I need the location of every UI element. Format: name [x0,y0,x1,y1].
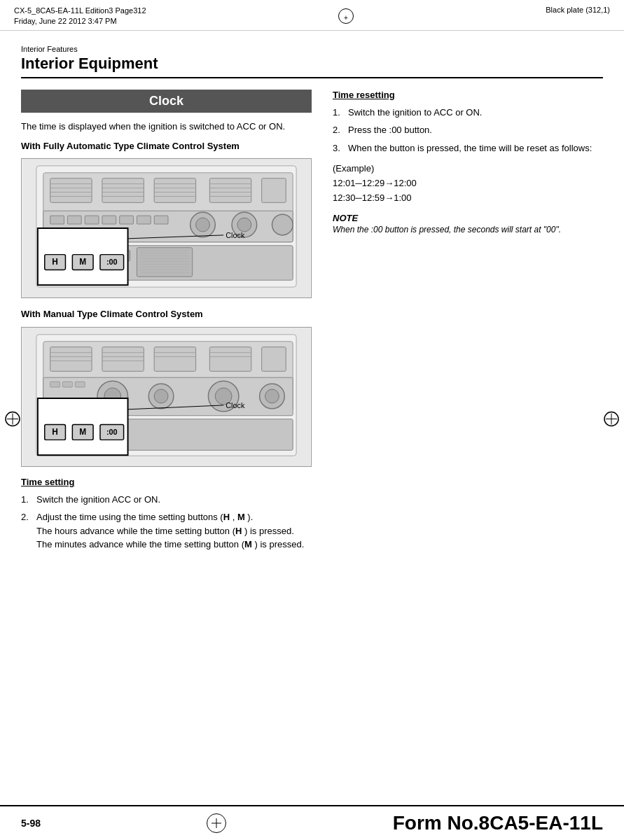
list-num: 1. [21,493,32,507]
right-reg-mark [603,411,620,430]
two-column-layout: Clock The time is displayed when the ign… [21,90,603,559]
footer-page-number: 5-98 [21,818,41,829]
time-setting-heading: Time setting [21,477,312,487]
time-setting-text-2: Adjust the time using the time setting b… [36,510,304,552]
time-resetting-item-3: 3. When the button is pressed, the time … [333,141,603,155]
car-diagram-1: H M :00 Clock [21,158,312,298]
svg-text:Clock: Clock [226,400,245,409]
time-setting-item-2: 2. Adjust the time using the time settin… [21,510,312,552]
subsection1-heading: With Fully Automatic Type Climate Contro… [21,140,312,153]
note-heading: NOTE [333,213,603,223]
note-text: When the :00 button is pressed, the seco… [333,223,603,236]
time-resetting-text-3: When the button is pressed, the time wil… [348,141,592,155]
time-setting-item-1: 1. Switch the ignition ACC or ON. [21,493,312,507]
dashboard-svg-1: H M :00 Clock [22,159,311,298]
svg-rect-89 [62,382,72,387]
svg-rect-28 [102,216,116,225]
svg-rect-64 [50,346,92,371]
footer-form-number: Form No.8CA5-EA-11L [393,812,603,834]
svg-rect-30 [137,216,151,225]
time-setting-section: Time setting 1. Switch the ignition ACC … [21,477,312,552]
time-resetting-item-1: 1. Switch the ignition to ACC or ON. [333,106,603,120]
svg-rect-29 [120,216,134,225]
svg-rect-68 [262,346,286,371]
svg-rect-31 [154,216,168,225]
svg-point-33 [196,218,210,232]
footer-circle [207,813,226,833]
svg-point-87 [265,389,279,403]
svg-rect-27 [85,216,99,225]
svg-rect-66 [154,346,195,371]
clock-intro: The time is displayed when the ignition … [21,120,312,134]
example-label: (Example) [333,162,603,176]
time-setting-text-1: Switch the ignition ACC or ON. [36,493,160,507]
left-reg-mark [4,411,21,430]
svg-text::00: :00 [106,258,118,267]
time-resetting-list: 1. Switch the ignition to ACC or ON. 2. … [333,106,603,155]
time-resetting-heading: Time resetting [333,90,603,100]
section-title: Interior Equipment [21,55,603,78]
svg-rect-25 [50,216,64,225]
svg-rect-7 [262,178,286,203]
footer: 5-98 Form No.8CA5-EA-11L [0,805,624,840]
time-resetting-text-1: Switch the ignition to ACC or ON. [348,106,482,120]
svg-rect-6 [209,178,251,203]
header: CX-5_8CA5-EA-11L Edition3 Page312 Friday… [0,0,624,31]
svg-rect-4 [102,178,144,203]
example-block: (Example) 12:01─12:29→12:00 12:30─12:59→… [333,162,603,205]
svg-rect-88 [50,382,60,387]
svg-rect-5 [154,178,195,203]
svg-rect-67 [209,346,251,371]
time-resetting-text-2: Press the :00 button. [348,123,432,137]
svg-point-35 [237,218,251,232]
svg-rect-3 [50,178,92,203]
svg-rect-65 [102,346,144,371]
header-date: Friday, June 22 2012 3:47 PM [14,16,146,27]
svg-point-83 [154,389,168,403]
dashboard-svg-2: H M :00 Clock [22,328,311,466]
svg-text:H: H [52,427,58,437]
list-num: 2. [21,510,32,552]
section-header: Interior Features Interior Equipment [21,45,603,78]
right-column: Time resetting 1. Switch the ignition to… [333,90,603,559]
svg-text:Clock: Clock [226,231,245,239]
clock-heading: Clock [21,90,312,113]
svg-text:M: M [79,427,86,437]
svg-text:M: M [79,258,86,267]
example-line1: 12:01─12:29→12:00 [333,176,603,191]
time-resetting-item-2: 2. Press the :00 button. [333,123,603,137]
car-diagram-2: H M :00 Clock [21,327,312,467]
svg-point-36 [272,215,293,236]
header-left: CX-5_8CA5-EA-11L Edition3 Page312 Friday… [14,6,146,27]
example-line2: 12:30─12:59→1:00 [333,191,603,206]
header-edition: CX-5_8CA5-EA-11L Edition3 Page312 [14,6,146,16]
svg-text:H: H [52,258,58,267]
subsection2-heading: With Manual Type Climate Control System [21,308,312,321]
svg-rect-42 [137,248,192,277]
time-setting-list: 1. Switch the ignition ACC or ON. 2. Adj… [21,493,312,552]
header-right: Black plate (312,1) [546,6,610,14]
svg-text::00: :00 [106,428,118,436]
svg-rect-26 [67,216,81,225]
left-column: Clock The time is displayed when the ign… [21,90,312,559]
main-content: Interior Features Interior Equipment Clo… [0,31,624,566]
svg-rect-90 [75,382,85,387]
section-category: Interior Features [21,45,603,53]
note-block: NOTE When the :00 button is pressed, the… [333,213,603,236]
